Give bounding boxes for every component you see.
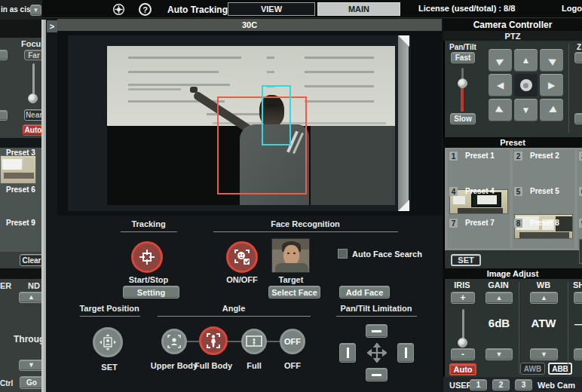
target-position-set-button[interactable] [93, 327, 123, 357]
auto-face-search-checkbox[interactable] [338, 249, 348, 259]
tracking-start-stop-button[interactable] [131, 241, 163, 273]
ptz-right-button[interactable]: ▶ [540, 74, 563, 96]
go-button[interactable]: Go [20, 376, 44, 389]
face-on-off-button[interactable] [226, 241, 258, 273]
zoom-wide-button[interactable] [574, 113, 582, 124]
angle-off-label: OFF [255, 361, 330, 370]
select-face-button[interactable]: Select Face [268, 286, 320, 299]
preset-3-thumbnail[interactable] [579, 239, 582, 264]
ptz-up-right-button[interactable]: ◀ [540, 49, 563, 72]
left-clear-button[interactable]: Clear [20, 254, 44, 266]
shutter-up-button[interactable] [574, 292, 582, 304]
target-face-shoulders [275, 263, 308, 273]
angle-full-body-button[interactable] [199, 326, 228, 355]
preset-4-label[interactable]: Preset 4 [465, 187, 495, 195]
focus-auto-button[interactable]: Auto [23, 124, 44, 136]
upper-body-icon [166, 333, 182, 350]
preset-5-label[interactable]: Preset 5 [530, 187, 559, 195]
pan-tilt-speed-track-red [461, 86, 464, 112]
pan-tilt-slow-button[interactable]: Slow [450, 113, 476, 124]
pt-limit-right-button[interactable] [397, 343, 414, 363]
iris-minus-button[interactable]: - [451, 348, 475, 360]
preset-set-button[interactable]: SET [451, 254, 481, 266]
tracking-title: Tracking [111, 219, 186, 228]
thumb-table-shape [458, 208, 503, 213]
cutoff-button-left-2[interactable] [0, 110, 8, 121]
help-icon[interactable]: ? [139, 3, 152, 16]
user-2-button[interactable]: 2 [492, 379, 510, 390]
video-canvas[interactable] [68, 35, 411, 211]
pt-limit-down-button[interactable] [366, 368, 387, 381]
settings-icon[interactable] [112, 3, 125, 16]
preset-1-label[interactable]: Preset 1 [465, 152, 495, 160]
gain-down-button[interactable]: ▼ [486, 348, 513, 360]
angle-off-button[interactable]: OFF [280, 329, 305, 354]
full-frame-icon [245, 333, 263, 350]
wb-label: WB [528, 280, 559, 289]
login-dropdown[interactable]: ▼ [30, 5, 41, 16]
ptz-down-left-button[interactable]: ▶ [489, 99, 512, 121]
gain-up-button[interactable]: ▲ [486, 292, 513, 304]
slide-row [305, 100, 374, 103]
nd-up-button[interactable]: ▲ [19, 292, 44, 303]
angle-full-button[interactable] [241, 329, 267, 354]
awb-button[interactable]: AWB [520, 363, 545, 375]
cutoff-button-left-1[interactable] [0, 50, 8, 60]
pan-tilt-fast-button[interactable]: Fast [451, 52, 475, 63]
angle-upper-body-button[interactable] [161, 329, 187, 354]
target-face-thumbnail [271, 238, 310, 273]
preset-7-label[interactable]: Preset 7 [465, 219, 495, 227]
thumb-screen-shape [2, 159, 22, 170]
tracking-box-face [262, 85, 291, 145]
shutter-down-button[interactable] [574, 348, 582, 360]
left-preset6-label[interactable]: Preset 6 [6, 185, 35, 194]
camera-name-bar: 30C [57, 19, 442, 31]
ptz-down-right-button[interactable]: ◀ [540, 99, 563, 121]
user-1-button[interactable]: 1 [470, 379, 487, 390]
add-face-button[interactable]: Add Face [339, 286, 390, 299]
target-face-skin [283, 245, 299, 265]
ptz-home-button[interactable] [514, 74, 538, 96]
ptz-zoom-divider [568, 44, 569, 133]
resize-handle-top-icon[interactable] [398, 35, 409, 47]
wall-light [311, 126, 395, 205]
wb-up-button[interactable]: ▲ [530, 292, 558, 304]
nd-down-button[interactable]: ▼ [19, 360, 44, 371]
video-scrollbar[interactable] [398, 35, 409, 211]
target-face-label: Target [253, 275, 329, 284]
preset-2-number: 2 [514, 152, 522, 161]
pt-limit-left-button[interactable] [339, 343, 356, 363]
user-3-button[interactable]: 3 [515, 379, 532, 390]
ptz-up-left-button[interactable]: ▶ [489, 49, 512, 72]
left-preset9-label[interactable]: Preset 9 [6, 219, 35, 227]
image-adjust-divider2 [568, 282, 568, 374]
gain-label: GAIN [483, 280, 513, 289]
ptz-up-button[interactable]: ▲ [514, 49, 538, 72]
collapse-panel-button[interactable]: > [47, 20, 57, 32]
iris-slider-knob[interactable] [458, 338, 467, 348]
abb-button[interactable]: ABB [548, 363, 572, 375]
logout-button[interactable]: Logout [562, 4, 582, 13]
preset-8-label[interactable]: Preset 8 [530, 219, 559, 227]
zoom-tele-button[interactable] [574, 52, 582, 63]
tracking-setting-button[interactable]: Setting [123, 286, 179, 299]
iris-plus-button[interactable]: + [451, 292, 475, 304]
ptz-down-button[interactable]: ▼ [514, 99, 538, 121]
pt-limit-up-button[interactable] [366, 324, 387, 338]
thumb-screen-inner [477, 195, 497, 204]
auto-face-search-label: Auto Face Search [352, 250, 422, 259]
wb-down-button[interactable]: ▼ [530, 348, 558, 360]
user-label: USER [449, 381, 473, 390]
left-preset3-thumbnail[interactable] [0, 155, 36, 184]
pt-limit-title: Pan/Tilt Limitation [338, 304, 414, 313]
ptz-left-button[interactable]: ◀ [489, 74, 512, 96]
resize-handle-bottom-icon[interactable] [398, 200, 409, 211]
preset-2-label[interactable]: Preset 2 [530, 152, 559, 160]
pan-tilt-speed-knob[interactable] [458, 78, 467, 88]
iris-auto-button[interactable]: Auto [449, 363, 476, 375]
tab-main[interactable]: MAIN [317, 2, 400, 16]
right-arrow-icon: ▶ [548, 81, 555, 90]
focus-slider-knob[interactable] [28, 93, 38, 103]
down-arrow-icon: ▼ [541, 351, 547, 358]
tab-view[interactable]: VIEW [228, 2, 315, 16]
